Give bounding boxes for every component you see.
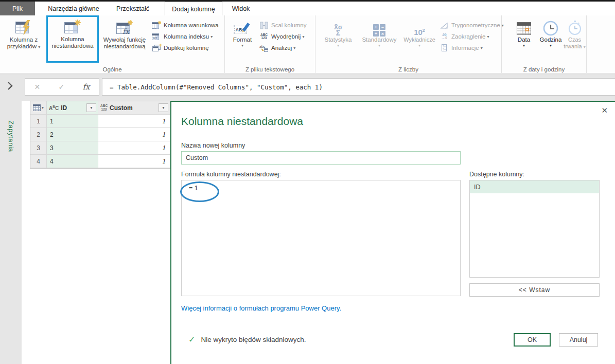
- custom-formula-label: Formuła kolumny niestandardowej:: [181, 171, 281, 178]
- parse-abc-icon: abc: [259, 44, 269, 52]
- power-query-formulas-link[interactable]: Więcej informacji o formułach programu P…: [181, 304, 341, 312]
- checkmark-icon: ✓: [188, 335, 195, 344]
- custom-column-dialog: ✕ Kolumna niestandardowa Nazwa nowej kol…: [170, 101, 615, 364]
- clock-icon: [542, 18, 559, 37]
- fx-icon[interactable]: fx: [82, 82, 90, 92]
- ribbon-group-z-pliku-tekstowego: ABC Format ▾: [225, 15, 315, 73]
- list-item[interactable]: ID: [470, 180, 599, 193]
- ok-button[interactable]: OK: [514, 333, 551, 347]
- column-from-examples-button[interactable]: Kolumna z przykładów ▾: [2, 16, 45, 50]
- dropdown-caret-icon: ▾: [210, 34, 213, 39]
- tab-dodaj-kolumne[interactable]: Dodaj kolumnę: [165, 2, 222, 16]
- status-text: Nie wykryto błędów składniowych.: [201, 336, 306, 343]
- formula-bar-controls: ✕ ✓ fx: [25, 78, 99, 96]
- extract-button[interactable]: ABC 123 Wyodrębnij ▾: [259, 31, 306, 42]
- custom-column-button[interactable]: Kolumna niestandardowa: [46, 15, 99, 63]
- standard-button[interactable]: +−÷× Standardowy ▾: [358, 16, 401, 48]
- column-header-id[interactable]: ABC ID ▼: [47, 101, 98, 115]
- filter-caret-icon: ▼: [162, 106, 165, 110]
- cell-id[interactable]: 2: [47, 128, 98, 141]
- triangle-icon: [439, 22, 449, 29]
- stopwatch-icon: [567, 18, 583, 37]
- table-row: 1 1 1: [30, 115, 170, 128]
- index-column-button[interactable]: 123 Kolumna indeksu ▾: [151, 31, 219, 42]
- svg-text:123: 123: [153, 37, 157, 40]
- rounding-button[interactable]: .00 →.0 Zaokrąglenie ▾: [439, 31, 504, 42]
- cell-custom[interactable]: 1: [98, 155, 170, 168]
- scientific-button[interactable]: 102 Wykładnicze ▾: [402, 16, 437, 48]
- merge-columns-icon: [259, 22, 269, 29]
- format-button[interactable]: ABC Format ▾: [228, 16, 257, 48]
- merge-columns-button[interactable]: Scal kolumny: [259, 20, 306, 31]
- tab-widok[interactable]: Widok: [225, 2, 257, 15]
- close-icon[interactable]: ✕: [601, 106, 608, 115]
- statistics-sigma-icon: X̄σ Σ: [334, 18, 342, 37]
- cell-custom[interactable]: 1: [98, 141, 170, 155]
- custom-formula-textarea[interactable]: = 1: [181, 180, 461, 296]
- table-fx-icon: fx: [116, 18, 133, 37]
- queries-pane-label[interactable]: Zapytania: [7, 120, 15, 152]
- index-column-icon: 123: [151, 32, 162, 41]
- power-query-editor: Plik Narzędzia główne Przekształć Dodaj …: [0, 0, 615, 364]
- dropdown-caret-icon: ▾: [584, 45, 586, 49]
- cell-custom[interactable]: 1: [98, 128, 170, 141]
- expand-chevron-icon[interactable]: [7, 81, 13, 93]
- cancel-button[interactable]: Anuluj: [559, 333, 598, 347]
- rounding-icon: .00 →.0: [439, 33, 449, 40]
- table-row: 2 2 1: [30, 128, 170, 141]
- column-header-custom[interactable]: ABC123 Custom ▼: [98, 101, 170, 115]
- syntax-status: ✓ Nie wykryto błędów składniowych.: [188, 335, 306, 344]
- row-number[interactable]: 4: [30, 155, 47, 168]
- power-ten-icon: 102: [414, 18, 425, 37]
- filter-dropdown-button[interactable]: ▼: [159, 103, 168, 112]
- dropdown-caret-icon: ▾: [241, 43, 243, 48]
- tab-narzedzia-glowne[interactable]: Narzędzia główne: [41, 2, 106, 15]
- insert-button[interactable]: << Wstaw: [469, 283, 600, 297]
- tab-przeksztalc[interactable]: Przekształć: [107, 2, 159, 15]
- ribbon-tab-bar: Plik Narzędzia główne Przekształć Dodaj …: [0, 0, 615, 15]
- group-label-z-liczby: Z liczby: [315, 66, 501, 72]
- cell-custom[interactable]: 1: [98, 115, 170, 128]
- svg-text:abc: abc: [259, 45, 266, 48]
- available-columns-listbox: ID: [469, 180, 600, 278]
- parse-button[interactable]: abc Analizuj ▾: [259, 42, 306, 53]
- group-label-z-daty-i-godziny: Z daty i godziny: [502, 66, 586, 72]
- row-number[interactable]: 2: [30, 128, 47, 141]
- cell-id[interactable]: 1: [47, 115, 98, 128]
- table-select-button[interactable]: ▾: [30, 101, 47, 115]
- duplicate-column-button[interactable]: Duplikuj kolumnę: [151, 42, 219, 53]
- dropdown-caret-icon: ▾: [302, 34, 304, 39]
- statistics-button[interactable]: X̄σ Σ Statystyka ▾: [320, 16, 357, 48]
- new-column-name-input[interactable]: [181, 151, 461, 165]
- dropdown-caret-icon: ▾: [487, 34, 489, 39]
- formula-cancel-icon[interactable]: ✕: [34, 83, 41, 91]
- formula-bar: ✕ ✓ fx = Table.AddColumn(#"Removed Colum…: [0, 74, 615, 101]
- duplicate-column-icon: [151, 44, 162, 52]
- date-button[interactable]: Data ▾: [512, 16, 536, 48]
- data-preview-grid: ▾ ABC ID ▼ ABC123 Custom ▼ 1 1 1 2 2 1 3: [30, 101, 171, 169]
- available-columns-label: Dostępne kolumny:: [469, 171, 524, 178]
- trigonometry-button[interactable]: Trygonometryczne ▾: [439, 20, 504, 31]
- ribbon: Kolumna z przykładów ▾ K: [0, 15, 615, 74]
- row-number[interactable]: 1: [30, 115, 47, 128]
- time-button[interactable]: Godzina ▾: [537, 16, 565, 48]
- dropdown-caret-icon: ▾: [38, 45, 40, 49]
- cell-id[interactable]: 4: [47, 155, 98, 168]
- table-sparkle-icon: [64, 17, 81, 36]
- filter-caret-icon: ▼: [90, 106, 93, 110]
- row-number[interactable]: 3: [30, 141, 47, 155]
- information-button[interactable]: 1− 3+ Informacje ▾: [439, 42, 504, 53]
- filter-dropdown-button[interactable]: ▼: [86, 103, 96, 112]
- formula-input[interactable]: = Table.AddColumn(#"Removed Columns", "C…: [102, 78, 615, 96]
- table-grid-icon: [33, 104, 41, 111]
- conditional-column-button[interactable]: Kolumna warunkowa: [151, 20, 219, 31]
- tab-plik[interactable]: Plik: [0, 2, 35, 15]
- information-fraction-icon: 1− 3+: [439, 44, 449, 51]
- cell-id[interactable]: 3: [47, 141, 98, 155]
- format-abc-pencil-icon: ABC: [234, 18, 251, 37]
- dropdown-caret-icon: ▾: [418, 43, 420, 48]
- group-label-ogolne: Ogólne: [0, 66, 224, 72]
- formula-confirm-icon[interactable]: ✓: [58, 83, 64, 91]
- invoke-custom-function-button[interactable]: fx Wywołaj funkcję niestandardową: [99, 16, 150, 50]
- duration-button[interactable]: Czas trwania ▾: [563, 16, 587, 50]
